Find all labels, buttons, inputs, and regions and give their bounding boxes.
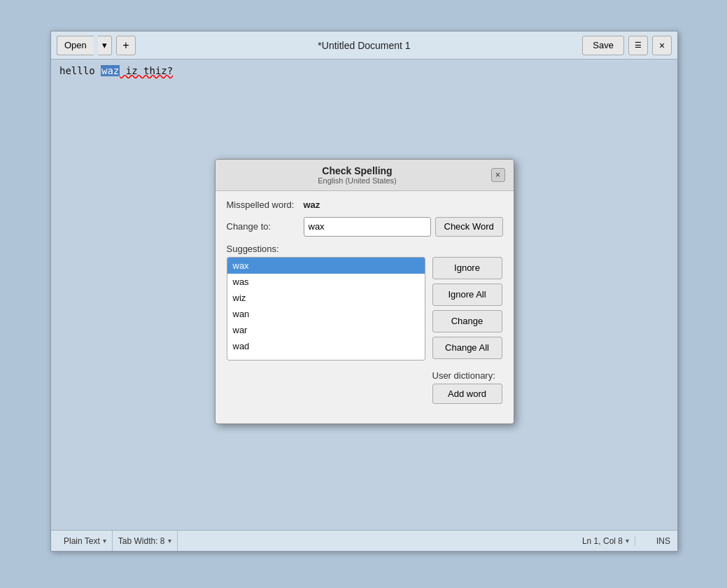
status-right: Ln 1, Col 8 ▾ INS: [577, 536, 670, 546]
plain-text-label: Plain Text: [64, 536, 100, 546]
suggestion-item[interactable]: war: [227, 322, 425, 338]
hamburger-icon: ☰: [635, 41, 642, 50]
suggestion-item[interactable]: wiz: [227, 290, 425, 306]
action-buttons-column: Ignore Ignore All Change Change All User…: [432, 257, 502, 404]
user-dictionary-section: User dictionary: Add word: [432, 370, 502, 404]
text-after: iz thiz?: [120, 65, 173, 76]
dialog-subtitle: English (United States): [224, 176, 491, 185]
text-before: helllo: [59, 65, 101, 76]
suggestion-item[interactable]: wax: [227, 258, 425, 274]
open-button[interactable]: Open: [57, 36, 94, 55]
change-button[interactable]: Change: [432, 310, 502, 332]
plus-icon: +: [122, 39, 129, 52]
toolbar-right: Save ☰ ×: [582, 36, 672, 55]
misspelled-label: Misspelled word:: [227, 200, 304, 210]
close-icon: ×: [659, 40, 665, 51]
menu-button[interactable]: ☰: [628, 36, 648, 55]
window-close-button[interactable]: ×: [652, 36, 672, 55]
status-bar: Plain Text ▾ Tab Width: 8 ▾ Ln 1, Col 8 …: [51, 530, 677, 551]
dialog-body: Misspelled word: waz Change to: Check Wo…: [216, 191, 514, 412]
suggestions-label: Suggestions:: [227, 244, 502, 254]
chevron-down-icon: ▾: [102, 40, 107, 50]
ins-mode-label: INS: [649, 536, 670, 546]
suggestions-list[interactable]: wax was wiz wan war wad: [227, 257, 425, 360]
change-to-label: Change to:: [227, 221, 304, 232]
suggestion-item[interactable]: was: [227, 274, 425, 290]
ignore-all-button[interactable]: Ignore All: [432, 284, 502, 306]
change-all-button[interactable]: Change All: [432, 337, 502, 359]
editor-content: helllo waz iz thiz?: [59, 65, 669, 76]
dialog-title-text: Check Spelling English (United States): [224, 165, 491, 185]
user-dict-label: User dictionary:: [432, 370, 502, 381]
suggestion-item[interactable]: wan: [227, 306, 425, 322]
plain-text-selector[interactable]: Plain Text ▾: [58, 531, 113, 551]
cursor-position[interactable]: Ln 1, Col 8 ▾: [577, 536, 635, 546]
check-word-button[interactable]: Check Word: [435, 217, 503, 237]
save-button[interactable]: Save: [582, 36, 624, 55]
check-spelling-dialog: Check Spelling English (United States) ×…: [215, 159, 514, 424]
dialog-close-button[interactable]: ×: [491, 168, 505, 182]
position-label: Ln 1, Col 8: [582, 536, 623, 546]
add-word-button[interactable]: Add word: [432, 384, 502, 404]
app-window: Open ▾ + *Untitled Document 1 Save ☰ × h…: [50, 31, 678, 552]
highlighted-word: waz: [101, 65, 120, 76]
dialog-main-row: wax was wiz wan war wad Ignore Ignore Al…: [227, 257, 502, 404]
dialog-close-icon: ×: [495, 170, 500, 180]
open-dropdown-button[interactable]: ▾: [98, 36, 112, 55]
change-to-row: Change to: Check Word: [227, 217, 502, 237]
dialog-title-bar: Check Spelling English (United States) ×: [216, 160, 514, 191]
change-to-input[interactable]: [304, 217, 431, 237]
tab-width-selector[interactable]: Tab Width: 8 ▾: [113, 531, 178, 551]
plain-text-arrow-icon: ▾: [103, 537, 106, 545]
tab-width-arrow-icon: ▾: [168, 537, 171, 545]
suggestion-item[interactable]: wad: [227, 338, 425, 354]
position-arrow-icon: ▾: [626, 537, 629, 545]
new-document-button[interactable]: +: [116, 36, 136, 55]
misspelled-word: waz: [304, 200, 320, 210]
window-title: *Untitled Document 1: [318, 40, 410, 51]
misspelled-row: Misspelled word: waz: [227, 200, 502, 210]
dialog-title-main: Check Spelling: [224, 165, 491, 176]
title-bar: Open ▾ + *Untitled Document 1 Save ☰ ×: [51, 31, 677, 59]
toolbar-left: Open ▾ +: [57, 36, 136, 55]
tab-width-label: Tab Width: 8: [118, 536, 165, 546]
ignore-button[interactable]: Ignore: [432, 257, 502, 279]
